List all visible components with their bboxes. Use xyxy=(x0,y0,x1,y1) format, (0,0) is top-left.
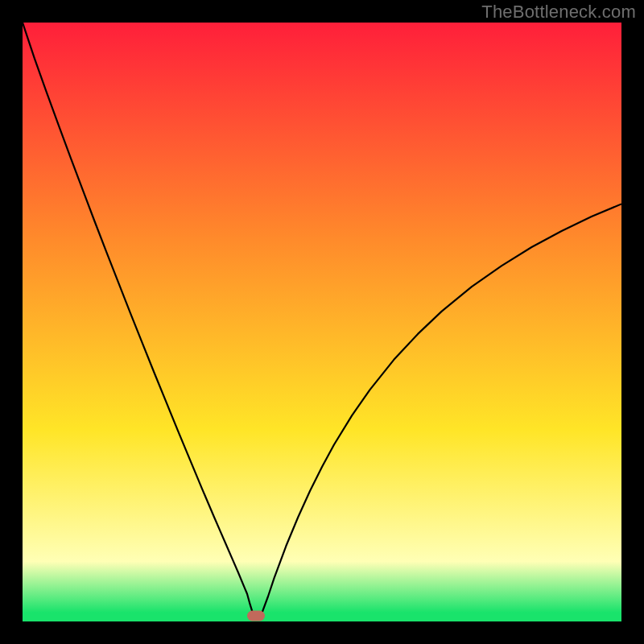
plot-area xyxy=(23,23,621,621)
gradient-background xyxy=(23,23,621,621)
notch-marker xyxy=(247,610,265,621)
plot-svg xyxy=(23,23,621,621)
chart-frame: TheBottleneck.com xyxy=(0,0,644,644)
watermark-text: TheBottleneck.com xyxy=(481,2,636,23)
